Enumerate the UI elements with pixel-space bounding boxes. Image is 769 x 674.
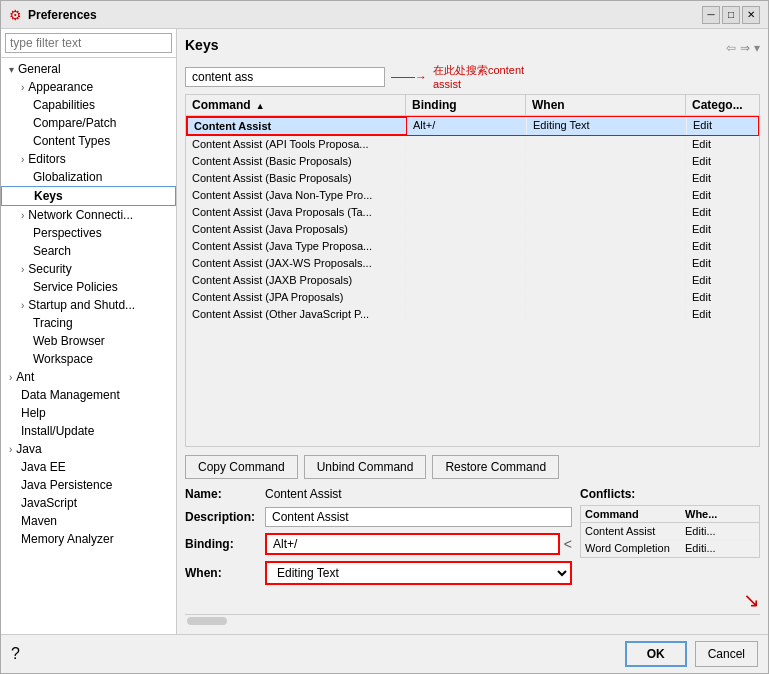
sidebar-item-tracing[interactable]: Tracing xyxy=(1,314,176,332)
help-icon[interactable]: ? xyxy=(11,645,20,662)
table-row[interactable]: Content Assist (Other JavaScript P... Ed… xyxy=(186,306,759,323)
copy-command-button[interactable]: Copy Command xyxy=(185,455,298,479)
td-binding: Alt+/ xyxy=(407,117,527,135)
sidebar-item-content-types[interactable]: Content Types xyxy=(1,132,176,150)
conflicts-row[interactable]: Content Assist Editi... xyxy=(581,523,759,540)
unbind-command-button[interactable]: Unbind Command xyxy=(304,455,427,479)
sidebar-item-java-persistence[interactable]: Java Persistence xyxy=(1,476,176,494)
search-input[interactable] xyxy=(185,67,385,87)
sidebar-item-network[interactable]: › Network Connecti... xyxy=(1,206,176,224)
td-category: Edit xyxy=(686,272,759,288)
sidebar-item-general[interactable]: ▾ General xyxy=(1,60,176,78)
table-row[interactable]: Content Assist (JAXB Proposals) Edit xyxy=(186,272,759,289)
td-binding xyxy=(406,170,526,186)
description-label: Description: xyxy=(185,510,265,524)
close-button[interactable]: ✕ xyxy=(742,6,760,24)
table-row[interactable]: Content Assist (Basic Proposals) Edit xyxy=(186,153,759,170)
table-row[interactable]: Content Assist (Java Non-Type Pro... Edi… xyxy=(186,187,759,204)
sidebar-item-ant[interactable]: › Ant xyxy=(1,368,176,386)
sidebar-item-keys[interactable]: Keys xyxy=(1,186,176,206)
horizontal-scrollbar[interactable] xyxy=(185,614,760,626)
sidebar-item-security[interactable]: › Security xyxy=(1,260,176,278)
conflicts-label: Conflicts: xyxy=(580,487,760,501)
sidebar-item-install-update[interactable]: Install/Update xyxy=(1,422,176,440)
table-row[interactable]: Content Assist (Java Type Proposa... Edi… xyxy=(186,238,759,255)
minimize-button[interactable]: ─ xyxy=(702,6,720,24)
td-command: Content Assist (Basic Proposals) xyxy=(186,170,406,186)
nav-back-icon[interactable]: ⇦ xyxy=(726,41,736,55)
nav-forward-icon[interactable]: ⇒ xyxy=(740,41,750,55)
sidebar-item-compare-patch[interactable]: Compare/Patch xyxy=(1,114,176,132)
sidebar-item-help[interactable]: Help xyxy=(1,404,176,422)
name-row: Name: Content Assist xyxy=(185,487,572,501)
sidebar: ▾ General › Appearance Capabilities Comp… xyxy=(1,29,177,634)
conflicts-th-when: Whe... xyxy=(681,506,751,522)
td-command: Content Assist (Java Proposals (Ta... xyxy=(186,204,406,220)
sidebar-item-workspace[interactable]: Workspace xyxy=(1,350,176,368)
sidebar-item-label-data-management: Data Management xyxy=(21,388,120,402)
sidebar-item-globalization[interactable]: Globalization xyxy=(1,168,176,186)
sidebar-item-label-capabilities: Capabilities xyxy=(33,98,95,112)
conflicts-row[interactable]: Word Completion Editi... xyxy=(581,540,759,557)
sidebar-item-appearance[interactable]: › Appearance xyxy=(1,78,176,96)
th-category[interactable]: Catego... xyxy=(686,95,760,115)
sidebar-item-java[interactable]: › Java xyxy=(1,440,176,458)
td-command: Content Assist (JAX-WS Proposals... xyxy=(186,255,406,271)
sidebar-item-search[interactable]: Search xyxy=(1,242,176,260)
td-when xyxy=(526,289,686,305)
td-when xyxy=(526,238,686,254)
table-row[interactable]: Content Assist (Java Proposals) Edit xyxy=(186,221,759,238)
td-when xyxy=(526,170,686,186)
ok-button[interactable]: OK xyxy=(625,641,687,667)
nav-dropdown-icon[interactable]: ▾ xyxy=(754,41,760,55)
description-input[interactable] xyxy=(265,507,572,527)
form-left: Name: Content Assist Description: Bindin… xyxy=(185,487,572,612)
sidebar-item-label-startup: Startup and Shutd... xyxy=(28,298,135,312)
sidebar-item-perspectives[interactable]: Perspectives xyxy=(1,224,176,242)
cancel-button[interactable]: Cancel xyxy=(695,641,758,667)
sidebar-item-memory-analyzer[interactable]: Memory Analyzer xyxy=(1,530,176,548)
search-annotation: 在此处搜索contentassist xyxy=(433,63,524,90)
sidebar-item-javascript[interactable]: JavaScript xyxy=(1,494,176,512)
table-row[interactable]: Content Assist (API Tools Proposa... Edi… xyxy=(186,136,759,153)
maximize-button[interactable]: □ xyxy=(722,6,740,24)
restore-command-button[interactable]: Restore Command xyxy=(432,455,559,479)
sidebar-item-java-ee[interactable]: Java EE xyxy=(1,458,176,476)
sidebar-item-label-compare-patch: Compare/Patch xyxy=(33,116,116,130)
sidebar-item-service-policies[interactable]: Service Policies xyxy=(1,278,176,296)
sidebar-item-label-general: General xyxy=(18,62,61,76)
conflicts-th-command: Command xyxy=(581,506,681,522)
sidebar-item-label-memory-analyzer: Memory Analyzer xyxy=(21,532,114,546)
td-category: Edit xyxy=(686,187,759,203)
td-command: Content Assist (JAXB Proposals) xyxy=(186,272,406,288)
binding-label: Binding: xyxy=(185,537,265,551)
binding-arrow-icon: < xyxy=(564,536,572,552)
search-arrow-icon: ——→ xyxy=(391,70,427,84)
td-binding xyxy=(406,204,526,220)
sidebar-item-data-management[interactable]: Data Management xyxy=(1,386,176,404)
sidebar-item-maven[interactable]: Maven xyxy=(1,512,176,530)
table-row[interactable]: Content Assist (Basic Proposals) Edit xyxy=(186,170,759,187)
th-when[interactable]: When xyxy=(526,95,686,115)
td-category: Edit xyxy=(686,289,759,305)
td-when xyxy=(526,153,686,169)
table-row[interactable]: Content Assist (Java Proposals (Ta... Ed… xyxy=(186,204,759,221)
binding-input[interactable] xyxy=(265,533,560,555)
th-command[interactable]: Command ▲ xyxy=(186,95,406,115)
sidebar-item-label-install-update: Install/Update xyxy=(21,424,94,438)
table-row[interactable]: Content Assist Alt+/ Editing Text Edit xyxy=(186,116,759,136)
when-select[interactable]: Editing Text xyxy=(265,561,572,585)
sidebar-item-editors[interactable]: › Editors xyxy=(1,150,176,168)
td-category: Edit xyxy=(687,117,759,135)
tree-arrow-network: › xyxy=(21,210,24,221)
sidebar-item-startup[interactable]: › Startup and Shutd... xyxy=(1,296,176,314)
table-row[interactable]: Content Assist (JPA Proposals) Edit xyxy=(186,289,759,306)
sidebar-item-web-browser[interactable]: Web Browser xyxy=(1,332,176,350)
table-row[interactable]: Content Assist (JAX-WS Proposals... Edit xyxy=(186,255,759,272)
sidebar-item-label-editors: Editors xyxy=(28,152,65,166)
nav-icons: ⇦ ⇒ ▾ xyxy=(726,41,760,55)
sidebar-item-capabilities[interactable]: Capabilities xyxy=(1,96,176,114)
td-category: Edit xyxy=(686,153,759,169)
filter-input[interactable] xyxy=(5,33,172,53)
th-binding[interactable]: Binding xyxy=(406,95,526,115)
